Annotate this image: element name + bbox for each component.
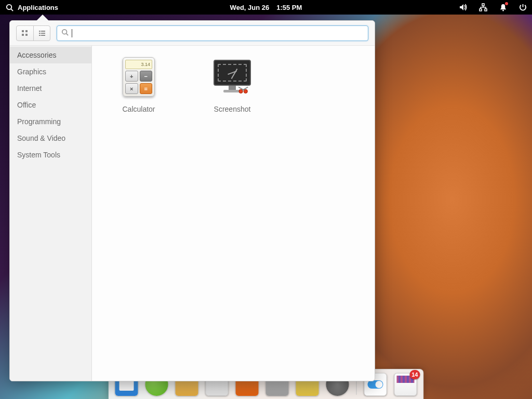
list-view-button[interactable] xyxy=(33,26,50,41)
sidebar-item-label: Accessories xyxy=(17,51,56,59)
svg-rect-4 xyxy=(480,9,482,11)
sidebar-item-accessories[interactable]: Accessories xyxy=(10,47,91,63)
search-field[interactable] xyxy=(57,25,368,41)
svg-rect-15 xyxy=(39,35,41,36)
sidebar-item-label: Office xyxy=(17,101,36,109)
calculator-display: 3.14 xyxy=(125,60,152,69)
sidebar-item-internet[interactable]: Internet xyxy=(10,80,91,97)
popover-arrow xyxy=(36,15,49,21)
application-grid: 3.14 +− ×= Calculator xyxy=(92,46,375,381)
svg-rect-12 xyxy=(41,31,45,32)
app-screenshot[interactable]: Screenshot xyxy=(201,56,263,113)
panel-date[interactable]: Wed, Jun 26 xyxy=(230,4,270,11)
svg-line-18 xyxy=(66,33,69,35)
applications-label: Applications xyxy=(18,4,58,11)
scissors-icon xyxy=(238,86,250,94)
svg-rect-8 xyxy=(25,30,28,32)
svg-point-6 xyxy=(502,9,504,11)
svg-rect-16 xyxy=(41,35,45,36)
sidebar-item-graphics[interactable]: Graphics xyxy=(10,63,91,80)
volume-icon[interactable] xyxy=(459,3,468,11)
svg-line-1 xyxy=(11,9,13,11)
sidebar-item-system-tools[interactable]: System Tools xyxy=(10,147,91,163)
notifications-icon[interactable] xyxy=(499,3,507,11)
svg-rect-11 xyxy=(39,31,41,32)
power-icon[interactable] xyxy=(518,3,527,11)
app-calculator[interactable]: 3.14 +− ×= Calculator xyxy=(108,56,170,113)
applications-menu: Accessories Graphics Internet Office Pro… xyxy=(9,20,375,381)
sidebar-item-label: Programming xyxy=(17,117,61,126)
view-mode-switch xyxy=(16,25,50,41)
update-badge: 14 xyxy=(409,370,420,379)
search-icon xyxy=(61,29,69,38)
search-icon xyxy=(5,3,14,11)
search-input[interactable] xyxy=(72,29,364,37)
category-sidebar: Accessories Graphics Internet Office Pro… xyxy=(10,46,92,381)
app-label: Calculator xyxy=(108,105,170,113)
sidebar-item-label: Graphics xyxy=(17,68,46,76)
svg-rect-10 xyxy=(25,34,28,36)
svg-rect-14 xyxy=(41,33,45,34)
svg-rect-7 xyxy=(22,30,24,32)
menu-header xyxy=(10,21,375,46)
svg-point-17 xyxy=(62,29,67,34)
svg-point-0 xyxy=(6,4,11,9)
svg-rect-5 xyxy=(485,9,487,11)
sidebar-item-programming[interactable]: Programming xyxy=(10,113,91,130)
svg-rect-9 xyxy=(22,34,24,36)
panel-time[interactable]: 1:55 PM xyxy=(276,4,302,11)
top-panel: Applications Wed, Jun 26 1:55 PM xyxy=(0,0,532,15)
sidebar-item-label: Sound & Video xyxy=(17,134,65,142)
applications-menu-button[interactable]: Applications xyxy=(5,3,58,11)
sidebar-item-sound-video[interactable]: Sound & Video xyxy=(10,130,91,147)
svg-rect-3 xyxy=(482,4,484,6)
sidebar-item-label: System Tools xyxy=(17,151,60,159)
sidebar-item-label: Internet xyxy=(17,84,42,92)
svg-rect-13 xyxy=(39,33,41,34)
screenshot-icon xyxy=(211,56,253,98)
app-label: Screenshot xyxy=(201,105,263,113)
calculator-icon: 3.14 +− ×= xyxy=(118,56,159,98)
dock-item-appcenter[interactable]: 14 xyxy=(393,372,418,397)
network-icon[interactable] xyxy=(479,3,487,11)
grid-view-button[interactable] xyxy=(17,26,33,41)
sidebar-item-office[interactable]: Office xyxy=(10,97,91,113)
svg-marker-2 xyxy=(460,4,463,10)
